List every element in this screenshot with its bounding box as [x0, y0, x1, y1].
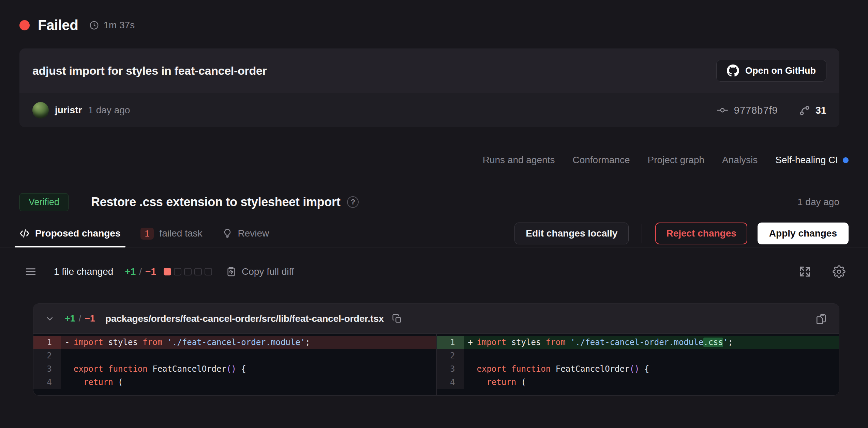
file-path: packages/orders/feat-cancel-order/src/li…	[105, 313, 384, 324]
line-number: 4	[437, 376, 464, 389]
code-content: import styles from './feat-cancel-order.…	[477, 336, 733, 349]
line-number: 2	[437, 349, 464, 362]
chevron-down-icon[interactable]	[45, 314, 55, 324]
branch-count[interactable]: 31	[815, 105, 826, 116]
edit-changes-locally-button[interactable]: Edit changes locally	[514, 223, 629, 244]
nav-item-analysis[interactable]: Analysis	[722, 155, 758, 166]
before-code-line-3: 3export function FeatCancelOrder() {	[33, 362, 436, 376]
copy-full-diff-label: Copy full diff	[242, 266, 294, 277]
apply-changes-button[interactable]: Apply changes	[758, 223, 849, 244]
file-additions-count: +1	[65, 313, 75, 324]
nav-item-label: Self-healing CI	[775, 155, 838, 166]
clipboard-icon	[226, 266, 237, 277]
file-diff-stats: +1 / −1	[65, 313, 95, 324]
run-duration-value: 1m 37s	[103, 20, 135, 31]
after-code-line-4: 4 return (	[437, 376, 839, 389]
diff-stats: +1 / −1	[125, 266, 156, 277]
diff-marker	[464, 362, 477, 376]
tab-review[interactable]: Review	[222, 220, 269, 247]
commit-icon	[716, 104, 729, 116]
tab-proposed-changes[interactable]: Proposed changes	[19, 220, 121, 247]
before-code-line-4: 4 return (	[33, 376, 436, 389]
diff-toolbar: 1 file changed +1 / −1 Copy full diff	[25, 261, 845, 282]
line-number: 2	[33, 349, 61, 362]
diff-marker: -	[61, 336, 74, 349]
diff-panel: +1 / −1 packages/orders/feat-cancel-orde…	[33, 303, 839, 396]
diff-marker	[464, 376, 477, 389]
line-number: 1	[437, 336, 464, 349]
after-code-line-2: 2	[437, 349, 839, 362]
after-code-line-3: 3export function FeatCancelOrder() {	[437, 362, 839, 376]
after-code-line-1: 1+import styles from './feat-cancel-orde…	[437, 336, 839, 349]
diff-block	[194, 268, 202, 275]
action-buttons: Edit changes locally Reject changes Appl…	[514, 223, 849, 244]
button-divider	[642, 224, 642, 243]
copy-full-diff-button[interactable]: Copy full diff	[226, 266, 294, 277]
tabs-left: Proposed changes1failed taskReview	[19, 220, 269, 247]
commit-title-row: adjust import for styles in feat-cancel-…	[19, 48, 839, 93]
code-content: return (	[74, 376, 123, 389]
commit-time-ago: 1 day ago	[88, 105, 130, 116]
copy-file-diff-icon[interactable]	[815, 313, 827, 325]
tabs-row: Proposed changes1failed taskReview Edit …	[0, 220, 868, 247]
gear-icon[interactable]	[833, 265, 845, 278]
file-stats-separator: /	[79, 313, 81, 324]
diff-pane-before: 1-import styles from './feat-cancel-orde…	[33, 334, 437, 395]
nav-item-label: Runs and agents	[483, 155, 555, 166]
line-number: 1	[33, 336, 61, 349]
avatar[interactable]	[32, 102, 49, 118]
nav-links: Runs and agentsConformanceProject graphA…	[19, 152, 849, 168]
diff-file-header: +1 / −1 packages/orders/feat-cancel-orde…	[33, 304, 839, 334]
run-status-label: Failed	[38, 17, 78, 33]
line-number: 3	[33, 362, 61, 376]
fullscreen-icon[interactable]	[798, 265, 811, 278]
lightbulb-icon	[222, 228, 233, 239]
open-on-github-button[interactable]: Open on GitHub	[716, 60, 826, 82]
tab-label: Proposed changes	[35, 228, 121, 239]
verified-badge: Verified	[19, 193, 69, 211]
nav-item-conformance[interactable]: Conformance	[572, 155, 630, 166]
additions-count: +1	[125, 266, 136, 277]
before-code-line-2: 2	[33, 349, 436, 362]
nav-item-runs-and-agents[interactable]: Runs and agents	[483, 155, 555, 166]
tab-failed-task[interactable]: 1failed task	[140, 220, 203, 247]
fix-time-ago: 1 day ago	[797, 197, 839, 208]
fix-title: Restore .css extension to stylesheet imp…	[91, 195, 340, 209]
help-icon[interactable]: ?	[347, 196, 359, 208]
before-code-line-1: 1-import styles from './feat-cancel-orde…	[33, 336, 436, 349]
open-on-github-label: Open on GitHub	[745, 66, 816, 76]
diff-marker	[464, 349, 477, 362]
nav-item-self-healing-ci[interactable]: Self-healing CI	[775, 155, 849, 166]
stats-separator: /	[139, 266, 142, 277]
deletions-count: −1	[145, 266, 156, 277]
author-name: juristr	[55, 105, 82, 116]
code-icon	[19, 228, 30, 239]
code-content: return (	[477, 376, 526, 389]
file-deletions-count: −1	[85, 313, 95, 324]
code-content: export function FeatCancelOrder() {	[477, 362, 649, 376]
diff-marker	[61, 362, 74, 376]
nav-item-label: Analysis	[722, 155, 758, 166]
failed-status-dot	[19, 20, 30, 30]
diff-blocks	[164, 268, 212, 275]
files-changed-label: 1 file changed	[54, 266, 113, 277]
code-content: import styles from './feat-cancel-order.…	[74, 336, 310, 349]
line-number: 3	[437, 362, 464, 376]
run-duration: 1m 37s	[89, 20, 135, 31]
fix-heading-row: Verified Restore .css extension to style…	[19, 191, 839, 213]
nav-item-project-graph[interactable]: Project graph	[648, 155, 705, 166]
run-status-row: Failed 1m 37s	[19, 17, 849, 33]
file-list-menu-icon[interactable]	[25, 266, 37, 278]
reject-changes-button[interactable]: Reject changes	[655, 223, 747, 244]
tab-label: failed task	[159, 228, 202, 239]
diff-block	[174, 268, 181, 275]
github-icon	[727, 65, 739, 77]
nav-item-label: Project graph	[648, 155, 705, 166]
copy-path-icon[interactable]	[392, 314, 402, 324]
clock-icon	[89, 20, 99, 30]
commit-hash[interactable]: 9778b7f9	[734, 105, 778, 116]
failed-count-badge: 1	[140, 228, 154, 240]
nav-item-label: Conformance	[572, 155, 630, 166]
branch-icon	[798, 104, 810, 116]
diff-marker	[61, 376, 74, 389]
